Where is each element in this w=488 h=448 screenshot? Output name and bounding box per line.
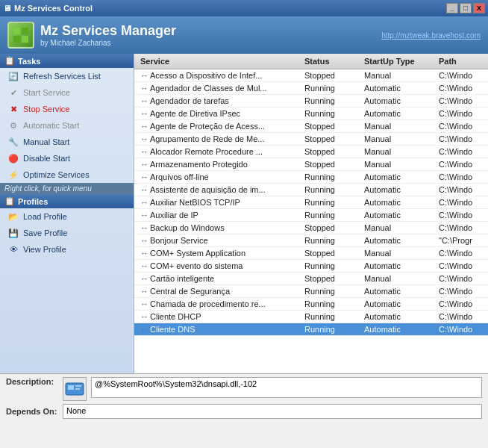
sidebar-item-load-profile[interactable]: 📂 Load Profile	[0, 208, 134, 225]
app-subtitle: by Michael Zacharias	[40, 39, 176, 47]
view-profile-icon: 👁	[7, 243, 19, 255]
table-row[interactable]: ↔Bonjour Service Running Automatic "C:\P…	[134, 234, 488, 247]
cell-service: ↔Backup do Windows	[137, 223, 301, 233]
table-row[interactable]: ↔Agente de Proteção de Acess... Stopped …	[134, 120, 488, 133]
cell-startup: Manual	[361, 223, 436, 233]
cell-path: C:\Windo	[436, 108, 485, 119]
title-bar-left: 🖥 Mz Services Control	[3, 4, 93, 13]
cell-status: Stopped	[301, 159, 361, 169]
load-profile-icon: 📂	[7, 211, 19, 223]
cell-path: C:\Windo	[436, 197, 485, 208]
cell-path: C:\Windo	[436, 286, 485, 296]
cell-path: C:\Windo	[436, 261, 485, 271]
table-row[interactable]: ↔COM+ System Application Stopped Manual …	[134, 247, 488, 260]
col-service: Service	[137, 55, 301, 67]
cell-status: Running	[301, 235, 361, 246]
cell-path: C:\Windo	[436, 172, 485, 182]
table-row[interactable]: ↔COM+ evento do sistema Running Automati…	[134, 260, 488, 273]
cell-service: ↔Central de Segurança	[137, 286, 301, 296]
cell-service: ↔Agrupamento de Rede de Me...	[137, 134, 301, 144]
row-icon: ↔	[140, 249, 148, 258]
table-row[interactable]: ↔Auxiliar NetBIOS TCP/IP Running Automat…	[134, 196, 488, 209]
sidebar-item-refresh[interactable]: 🔄 Refresh Services List	[0, 68, 134, 84]
description-text: @%SystemRoot%\System32\dnsapi.dll,-102	[91, 377, 482, 398]
table-row[interactable]: ↔Agendador de tarefas Running Automatic …	[134, 95, 488, 108]
table-row[interactable]: ↔Agrupamento de Rede de Me... Stopped Ma…	[134, 133, 488, 146]
refresh-icon: 🔄	[7, 70, 19, 82]
service-icon	[63, 377, 87, 401]
table-row[interactable]: ↔Auxiliar de IP Running Automatic C:\Win…	[134, 209, 488, 222]
table-row[interactable]: ↔Cliente DNS Running Automatic C:\Windo	[134, 323, 488, 336]
depends-text: None	[63, 404, 482, 419]
cell-status: Stopped	[301, 146, 361, 157]
content-area: Service Status StartUp Type Path ↔Acesso…	[134, 54, 488, 373]
app-title: Mz Services Manager	[40, 23, 176, 39]
description-label: Description:	[6, 377, 58, 386]
table-body: ↔Acesso a Dispositivo de Intef... Stoppe…	[134, 69, 488, 373]
row-icon: ↔	[140, 160, 148, 169]
maximize-button[interactable]: □	[460, 3, 472, 13]
table-row[interactable]: ↔Acesso a Dispositivo de Intef... Stoppe…	[134, 69, 488, 82]
sidebar-item-view-profile[interactable]: 👁 View Profile	[0, 241, 134, 258]
cell-path: "C:\Progr	[436, 235, 485, 246]
minimize-button[interactable]: _	[446, 3, 458, 13]
cell-service: ↔Armazenamento Protegido	[137, 159, 301, 169]
cell-startup: Automatic	[361, 210, 436, 220]
svg-rect-1	[22, 28, 28, 34]
sidebar-item-start[interactable]: ✔ Start Service	[0, 84, 134, 101]
cell-status: Running	[301, 286, 361, 296]
row-icon: ↔	[140, 134, 148, 143]
close-button[interactable]: X	[473, 3, 485, 13]
manual-icon: 🔧	[7, 136, 19, 148]
sidebar-item-disable[interactable]: 🔴 Disable Start	[0, 150, 134, 167]
cell-service: ↔Agendador de tarefas	[137, 96, 301, 106]
table-row[interactable]: ↔Agente de Diretiva IPsec Running Automa…	[134, 108, 488, 120]
table-row[interactable]: ↔Assistente de aquisição de im... Runnin…	[134, 184, 488, 196]
cell-service: ↔Alocador Remote Procedure ...	[137, 146, 301, 157]
cell-path: C:\Windo	[436, 299, 485, 309]
row-icon: ↔	[140, 122, 148, 131]
cell-startup: Manual	[361, 159, 436, 169]
depends-row: Depends On: None	[6, 404, 482, 419]
sidebar-item-auto[interactable]: ⚙ Automatic Start	[0, 117, 134, 134]
cell-status: Running	[301, 197, 361, 208]
sidebar-item-manual[interactable]: 🔧 Manual Start	[0, 134, 134, 150]
cell-startup: Automatic	[361, 311, 436, 322]
table-row[interactable]: ↔Central de Segurança Running Automatic …	[134, 285, 488, 298]
tasks-header: 📋 Tasks	[0, 54, 134, 68]
cell-service: ↔Agente de Proteção de Acess...	[137, 121, 301, 131]
row-icon: ↔	[140, 185, 148, 194]
sidebar-item-optimize[interactable]: ⚡ Optimize Services	[0, 167, 134, 183]
cell-status: Stopped	[301, 223, 361, 233]
cell-startup: Automatic	[361, 261, 436, 271]
cell-service: ↔Auxiliar NetBIOS TCP/IP	[137, 197, 301, 208]
row-icon: ↔	[140, 261, 148, 270]
cell-status: Running	[301, 299, 361, 309]
cell-startup: Automatic	[361, 197, 436, 208]
table-header: Service Status StartUp Type Path	[134, 54, 488, 69]
svg-rect-3	[22, 36, 28, 43]
profiles-icon: 📋	[4, 196, 15, 206]
table-row[interactable]: ↔Armazenamento Protegido Stopped Manual …	[134, 158, 488, 171]
cell-path: C:\Windo	[436, 184, 485, 195]
table-row[interactable]: ↔Backup do Windows Stopped Manual C:\Win…	[134, 222, 488, 234]
table-row[interactable]: ↔Chamada de procedimento re... Running A…	[134, 298, 488, 311]
table-row[interactable]: ↔Cliente DHCP Running Automatic C:\Windo	[134, 311, 488, 323]
row-icon: ↔	[140, 172, 148, 181]
cell-status: Running	[301, 108, 361, 119]
sidebar-item-stop[interactable]: ✖ Stop Service	[0, 101, 134, 117]
start-icon: ✔	[7, 87, 19, 99]
sidebar: 📋 Tasks 🔄 Refresh Services List ✔ Start …	[0, 54, 134, 373]
table-row[interactable]: ↔Alocador Remote Procedure ... Stopped M…	[134, 146, 488, 158]
cell-path: C:\Windo	[436, 146, 485, 157]
cell-startup: Automatic	[361, 235, 436, 246]
col-status: Status	[301, 55, 361, 67]
sidebar-item-save-profile[interactable]: 💾 Save Profile	[0, 225, 134, 241]
table-row[interactable]: ↔Cartão inteligente Stopped Manual C:\Wi…	[134, 273, 488, 285]
cell-status: Running	[301, 184, 361, 195]
cell-service: ↔Agendador de Classes de Mul...	[137, 83, 301, 93]
cell-path: C:\Windo	[436, 96, 485, 106]
app-link[interactable]: http://mztweak.bravehost.com	[381, 31, 481, 40]
table-row[interactable]: ↔Arquivos off-line Running Automatic C:\…	[134, 171, 488, 184]
table-row[interactable]: ↔Agendador de Classes de Mul... Running …	[134, 82, 488, 95]
